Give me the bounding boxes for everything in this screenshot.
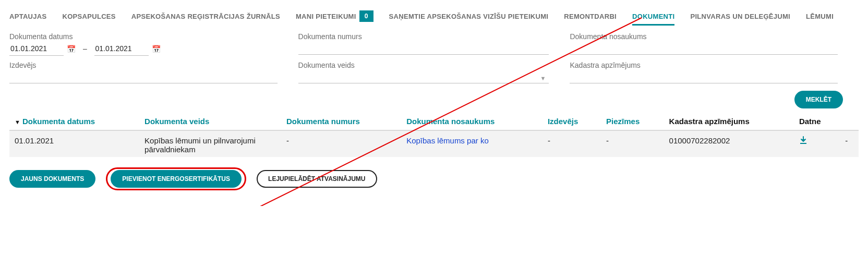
tab-mani-pieteikumi[interactable]: Mani pieteikumi 0 (296, 7, 373, 25)
number-input[interactable] (298, 42, 551, 55)
tab-lemumi[interactable]: Lēmumi (806, 9, 834, 23)
filter-type: Dokumenta veids ▼ (298, 61, 570, 83)
cell-cadastre: 01000702282002 (664, 130, 794, 157)
tab-apsekosanas-zurnals[interactable]: Apsekošanas reģistrācijas žurnāls (131, 9, 280, 23)
th-name[interactable]: Dokumenta nosaukums (401, 113, 542, 130)
tab-remontdarbi[interactable]: Remontdarbi (564, 9, 617, 23)
tab-badge: 0 (359, 10, 373, 22)
tab-pilnvaras[interactable]: Pilnvaras un deleģējumi (690, 9, 790, 23)
calendar-icon[interactable]: 📅 (67, 45, 76, 53)
document-name-link[interactable]: Kopības lēmums par ko (406, 136, 489, 145)
type-select[interactable]: ▼ (298, 70, 549, 83)
filter-issuer: Izdevējs (9, 61, 298, 83)
chevron-down-icon: ▼ (540, 75, 546, 81)
search-button[interactable]: Meklēt (794, 91, 843, 108)
cell-type: Kopības lēmumi un pilnvarojumi pārvaldni… (139, 130, 281, 157)
add-cert-button[interactable]: Pievienot energosertifikātus (111, 170, 242, 188)
filter-name: Dokumenta nosaukums (570, 32, 859, 56)
sort-desc-icon: ▼ (15, 119, 20, 125)
th-number[interactable]: Dokumenta numurs (281, 113, 401, 130)
table-row: 01.01.2021 Kopības lēmumi un pilnvarojum… (9, 130, 859, 157)
new-document-button[interactable]: Jauns dokuments (9, 170, 95, 188)
cadastre-input[interactable] (570, 70, 840, 84)
cell-number: - (281, 130, 401, 157)
range-dash: – (83, 44, 87, 53)
th-date[interactable]: ▼Dokumenta datums (9, 113, 139, 130)
cell-notes: - (601, 130, 664, 157)
issuer-input[interactable] (9, 70, 280, 84)
download-derivative-button[interactable]: Lejupielādēt atvasinājumu (257, 170, 377, 188)
filter-name-label: Dokumenta nosaukums (570, 32, 838, 41)
date-to-input[interactable] (94, 42, 149, 56)
th-date-label: Dokumenta datums (22, 117, 95, 126)
filter-number: Dokumenta numurs (298, 32, 570, 56)
filter-number-label: Dokumenta numurs (298, 32, 549, 41)
th-issuer[interactable]: Izdevējs (542, 113, 601, 130)
tab-label: Mani pieteikumi (296, 13, 356, 20)
th-extra (840, 113, 859, 130)
filter-panel: Dokumenta datums 📅 – 📅 Dokumenta numurs … (9, 32, 859, 83)
th-file[interactable]: Datne (794, 113, 840, 130)
cell-date: 01.01.2021 (9, 130, 139, 157)
tab-kopsapulces[interactable]: Kopsapulces (63, 9, 116, 23)
tab-nav: Aptaujas Kopsapulces Apsekošanas reģistr… (9, 7, 859, 25)
th-type[interactable]: Dokumenta veids (139, 113, 281, 130)
annotation-highlight: Pievienot energosertifikātus (106, 167, 246, 190)
svg-rect-0 (800, 143, 806, 144)
filter-date-label: Dokumenta datums (9, 32, 278, 41)
tab-aptaujas[interactable]: Aptaujas (9, 9, 47, 23)
name-input[interactable] (570, 42, 840, 55)
tab-dokumenti[interactable]: Dokumenti (632, 9, 674, 23)
filter-cadastre: Kadastra apzīmējums (570, 61, 859, 83)
cell-extra: - (840, 130, 859, 157)
date-from-input[interactable] (9, 42, 64, 56)
th-cadastre[interactable]: Kadastra apzīmējums (664, 113, 794, 130)
th-notes[interactable]: Piezīmes (601, 113, 664, 130)
filter-date: Dokumenta datums 📅 – 📅 (9, 32, 298, 56)
calendar-icon[interactable]: 📅 (152, 45, 161, 53)
filter-cadastre-label: Kadastra apzīmējums (570, 61, 838, 69)
filter-type-label: Dokumenta veids (298, 61, 549, 69)
documents-table: ▼Dokumenta datums Dokumenta veids Dokume… (9, 113, 859, 157)
filter-issuer-label: Izdevējs (9, 61, 278, 69)
action-row: Jauns dokuments Pievienot energosertifik… (9, 167, 859, 190)
download-icon[interactable] (799, 137, 807, 146)
cell-issuer: - (542, 130, 601, 157)
tab-sanemtie[interactable]: Saņemtie apsekošanas vizīšu pieteikumi (389, 9, 549, 23)
